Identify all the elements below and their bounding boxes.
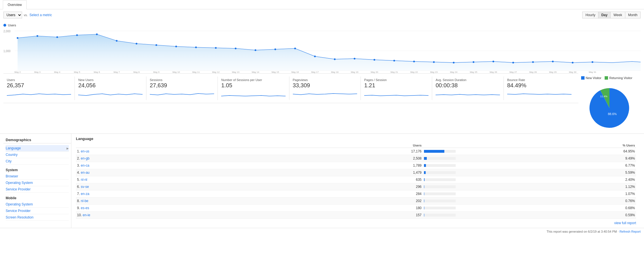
sparkline-1 <box>78 90 142 98</box>
os-item[interactable]: Operating System <box>6 180 69 186</box>
main-chart-wrapper: 2,000 1,000 <box>3 28 641 73</box>
lang-users-7: 202 <box>267 198 423 205</box>
metric-value-1: 24,056 <box>78 82 142 89</box>
demographics-mobile-section: Mobile Operating System Service Provider… <box>3 194 71 222</box>
refresh-report-link[interactable]: Refresh Report <box>619 230 641 233</box>
svg-text:May 16: May 16 <box>291 71 299 73</box>
lang-rank-0: 1. en-us <box>76 148 267 155</box>
svg-text:May 7: May 7 <box>114 71 120 73</box>
visitor-legend: New Visitor Returning Visitor <box>581 76 638 80</box>
svg-text:May 17: May 17 <box>311 71 319 73</box>
table-row: 3. en-ca1,7896.77% <box>76 162 636 169</box>
svg-text:May 28: May 28 <box>529 71 537 73</box>
lang-link-4[interactable]: nl-nl <box>81 178 87 182</box>
svg-point-11 <box>136 43 137 44</box>
table-row: 9. es-es1800.68% <box>76 205 636 212</box>
lang-link-0[interactable]: en-us <box>81 149 89 153</box>
svg-point-16 <box>235 48 236 49</box>
lang-pct-0: 64.95% <box>457 148 636 155</box>
language-panel: Language Users % Users 1. en-us17,17664.… <box>71 134 641 228</box>
demographics-language-item[interactable]: Language ▶ <box>6 145 69 152</box>
browser-item[interactable]: Browser <box>6 173 69 180</box>
svg-text:May 31: May 31 <box>589 71 596 73</box>
system-section-header: System <box>6 168 69 172</box>
svg-point-14 <box>195 46 197 48</box>
demographics-country-item[interactable]: Country <box>6 152 69 158</box>
lang-link-3[interactable]: en-au <box>81 171 89 175</box>
pct-col-header: % Users <box>457 143 636 148</box>
mobile-os-link[interactable]: Operating System <box>6 202 33 206</box>
lang-link-9[interactable]: en-ie <box>83 213 90 217</box>
lang-bar-1 <box>423 155 457 162</box>
pie-chart-wrapper: 88.6% 11.4% <box>581 85 638 131</box>
service-provider-item[interactable]: Service Provider <box>6 186 69 193</box>
svg-text:May 9: May 9 <box>153 71 159 73</box>
table-row: 8. nl-be2020.76% <box>76 198 636 205</box>
svg-text:May 24: May 24 <box>450 71 458 73</box>
sparkline-0 <box>7 90 71 98</box>
os-link[interactable]: Operating System <box>6 181 33 185</box>
metrics-container: Users26,357New Users24,056Sessions27,639… <box>3 73 578 103</box>
lang-users-5: 296 <box>267 183 423 190</box>
lang-link-6[interactable]: en-za <box>81 192 89 196</box>
lang-pct-4: 2.40% <box>457 176 636 183</box>
report-footer: This report was generated on 6/2/19 at 3… <box>0 228 644 235</box>
svg-point-12 <box>155 44 157 46</box>
svg-point-15 <box>215 47 217 49</box>
lang-bar-4 <box>423 176 457 183</box>
service-provider-link[interactable]: Service Provider <box>6 187 31 191</box>
lang-pct-2: 6.77% <box>457 162 636 169</box>
mobile-os-item[interactable]: Operating System <box>6 201 69 208</box>
demographics-title: Demographics <box>3 137 71 143</box>
lang-bar-3 <box>423 169 457 176</box>
users-legend-dot <box>3 24 6 27</box>
svg-text:2,000: 2,000 <box>3 30 10 33</box>
demographics-section-language: Language ▶ Country City <box>3 143 71 166</box>
screen-resolution-item[interactable]: Screen Resolution <box>6 214 69 221</box>
view-full-report-link[interactable]: view full report <box>614 221 636 225</box>
metric-card-6: Avg. Session Duration00:00:38 <box>432 77 504 100</box>
returning-visitor-label: Returning Visitor <box>609 76 632 80</box>
lang-link-5[interactable]: sv-se <box>81 185 89 189</box>
day-button[interactable]: Day <box>598 12 611 18</box>
browser-link[interactable]: Browser <box>6 174 18 178</box>
select-metric-link[interactable]: Select a metric <box>29 13 52 17</box>
demographics-panel: Demographics Language ▶ Country City Sys… <box>3 134 71 228</box>
svg-point-24 <box>393 60 395 61</box>
svg-text:May 23: May 23 <box>430 71 438 73</box>
svg-point-19 <box>294 48 296 49</box>
primary-metric-dropdown[interactable]: Users <box>3 12 22 18</box>
svg-point-10 <box>116 40 118 42</box>
screen-resolution-link[interactable]: Screen Resolution <box>6 215 33 219</box>
hourly-button[interactable]: Hourly <box>582 12 598 18</box>
demographics-city-item[interactable]: City <box>6 158 69 165</box>
lang-link-1[interactable]: en-gb <box>81 156 89 160</box>
lang-pct-7: 0.76% <box>457 198 636 205</box>
svg-text:May 13: May 13 <box>232 71 240 73</box>
svg-text:May 27: May 27 <box>509 71 517 73</box>
lang-rank-1: 2. en-gb <box>76 155 267 162</box>
pie-chart-svg: 88.6% 11.4% <box>587 85 632 131</box>
language-link[interactable]: Language <box>6 146 21 150</box>
metric-name-3: Number of Sessions per User <box>221 78 285 82</box>
svg-text:May 19: May 19 <box>351 71 359 73</box>
week-button[interactable]: Week <box>611 12 625 18</box>
lang-pct-1: 9.49% <box>457 155 636 162</box>
lang-link-7[interactable]: nl-be <box>81 199 88 203</box>
lang-users-6: 284 <box>267 190 423 198</box>
table-row: 2. en-gb2,5089.49% <box>76 155 636 162</box>
month-button[interactable]: Month <box>625 12 641 18</box>
tab-overview[interactable]: Overview <box>3 0 27 9</box>
svg-text:May 10: May 10 <box>172 71 180 73</box>
metrics-row: Users26,357New Users24,056Sessions27,639… <box>3 73 578 103</box>
lang-link-2[interactable]: en-ca <box>81 164 89 167</box>
new-visitor-legend-box <box>581 76 585 80</box>
lang-link-8[interactable]: es-es <box>81 206 89 210</box>
mobile-service-link[interactable]: Service Provider <box>6 209 31 213</box>
mobile-service-item[interactable]: Service Provider <box>6 208 69 214</box>
top-controls: Users vs. Select a metric Hourly Day Wee… <box>0 9 644 21</box>
country-link[interactable]: Country <box>6 153 18 157</box>
lang-bar-2 <box>423 162 457 169</box>
city-link[interactable]: City <box>6 159 12 163</box>
table-row: 4. en-au1,4795.59% <box>76 169 636 176</box>
